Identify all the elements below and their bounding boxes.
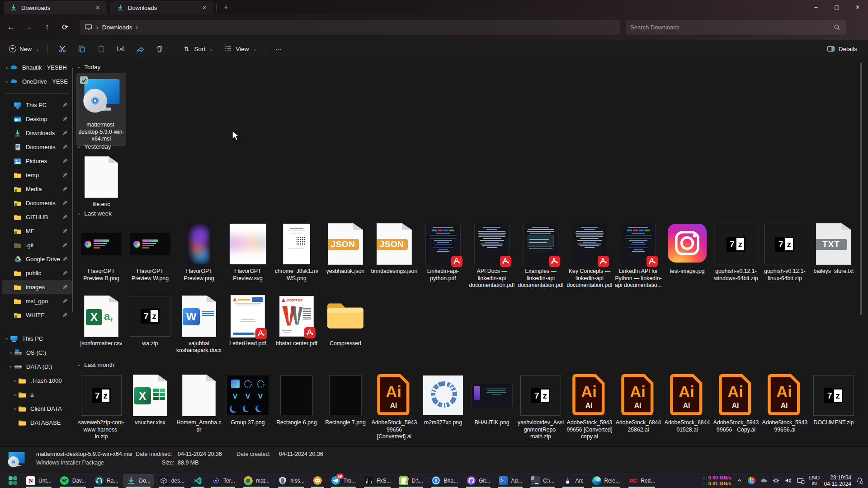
file-item[interactable]: mattermost-desktop-5.9.0-win-x64.msi <box>77 73 126 145</box>
more-options-button[interactable]: ⋯ <box>271 42 286 56</box>
file-item[interactable]: AiAIAdobeStock_684425862.ai <box>614 371 663 436</box>
search-box[interactable] <box>626 20 846 35</box>
sidebar-item-database[interactable]: DATABASE <box>2 416 72 430</box>
taskbar-app-notion[interactable]: NUnt... <box>23 474 55 488</box>
sidebar-item-bhautik-yesbh[interactable]: ›Bhautik - YESBH <box>2 61 72 75</box>
breadcrumb[interactable]: Downloads <box>102 24 132 31</box>
taskbar-app-spotify[interactable]: Dav... <box>57 474 89 488</box>
chrome-tray-icon[interactable] <box>748 477 756 485</box>
sidebar-item-temp[interactable]: temp <box>2 168 72 182</box>
tree-chevron-icon[interactable]: › <box>4 336 10 342</box>
sidebar-item-white[interactable]: WHITE <box>2 308 72 322</box>
file-item[interactable]: AiAIAdobeStock_594399656 - Copy.ai <box>712 371 760 436</box>
tree-chevron-icon[interactable]: › <box>12 378 18 384</box>
file-item[interactable]: FlavorGPT Preview W.png <box>126 220 175 285</box>
paste-button[interactable] <box>92 42 110 56</box>
tab-close-icon[interactable]: ✕ <box>199 3 210 13</box>
sidebar-item-msi-gpo[interactable]: msi_gpo <box>2 294 72 308</box>
taskbar-app-notepadpp[interactable]: D:\... <box>396 474 426 488</box>
tree-chevron-icon[interactable]: › <box>4 79 10 85</box>
sidebar-item-pictures[interactable]: Pictures <box>2 154 72 168</box>
close-button[interactable]: ✕ <box>847 0 868 14</box>
file-item[interactable]: W vajubhai krishanapark.docx <box>175 292 223 357</box>
copy-button[interactable] <box>73 42 90 56</box>
sidebar-item-this-pc[interactable]: This PC <box>2 98 72 112</box>
file-item[interactable]: AiAIAdobeStock_594399656 [Converted] cop… <box>565 371 614 443</box>
section-header[interactable]: ⌄Today <box>77 61 862 72</box>
taskbar-app-onepassword[interactable]: Bha... <box>428 474 461 488</box>
file-item[interactable]: FlavorGPT Preview.svg <box>223 220 272 285</box>
file-item[interactable]: AiAIAdobeStock_684401528.ai <box>663 371 712 436</box>
file-item[interactable]: Homem_Aranha.cdr <box>175 371 223 436</box>
file-item[interactable]: test-image.jpg <box>663 220 712 278</box>
taskbar-app-equalizer[interactable]: FxS... <box>361 474 394 488</box>
share-button[interactable] <box>131 42 149 56</box>
taskbar-app-telegram[interactable]: 59Tro... <box>328 474 359 488</box>
delete-button[interactable] <box>151 42 168 56</box>
file-item[interactable]: 7zgophish-v0.12.1-windows-64bit.zip <box>712 220 760 285</box>
sidebar-item-client-data[interactable]: › Client DATA <box>2 402 72 416</box>
view-button[interactable]: View⌄ <box>220 42 261 56</box>
sidebar-item-this-pc[interactable]: ›This PC <box>2 332 72 346</box>
file-item[interactable]: FlavorGPT Preview.png <box>175 220 223 285</box>
address-bar[interactable]: › Downloads › <box>80 20 620 35</box>
taskbar-app-avatar[interactable]: mat... <box>240 474 273 488</box>
taskbar-app-headset[interactable]: Ra... <box>91 474 121 488</box>
file-item[interactable]: Rectangle 7.png <box>321 371 370 429</box>
file-item[interactable]: 7zDOCUMENT.zip <box>809 371 858 429</box>
file-item[interactable]: AiAIAdobeStock_594399656.ai <box>760 371 809 436</box>
new-button[interactable]: + New⌄ <box>5 42 44 56</box>
search-input[interactable] <box>630 24 833 31</box>
sidebar-item-github[interactable]: GITHUB <box>2 210 72 224</box>
taskbar-app-arc[interactable]: Arc <box>560 474 587 488</box>
file-item[interactable]: BHAUTIK.png <box>467 371 516 429</box>
taskbar-app-crest[interactable]: niss... <box>274 474 307 488</box>
cut-button[interactable] <box>53 42 71 56</box>
file-item[interactable]: LetterHead.pdf <box>223 292 272 350</box>
taskbar-app-github[interactable]: Git... <box>463 474 493 488</box>
file-item[interactable]: 7zwa.zip <box>126 292 175 350</box>
file-item[interactable]: 7zsaveweb2zip-com-www-harness-io.zip <box>77 371 126 443</box>
sort-button[interactable]: ⇅ Sort⌄ <box>178 42 217 56</box>
sidebar-item--trash-1000[interactable]: › .Trash-1000 <box>2 374 72 388</box>
tree-chevron-icon[interactable]: › <box>8 350 14 356</box>
section-header[interactable]: ⌄Last week <box>77 208 862 219</box>
details-pane-button[interactable]: Details <box>822 42 862 56</box>
file-item[interactable]: X a,jsonformatter.csv <box>77 292 126 350</box>
checkbox-checked-icon[interactable] <box>80 76 88 84</box>
notification-bell-icon[interactable] <box>855 477 863 485</box>
refresh-button[interactable]: ⟳ <box>57 19 73 35</box>
new-tab-button[interactable]: + <box>219 1 233 13</box>
sidebar-item-me[interactable]: ME <box>2 224 72 238</box>
taskbar-app-downloads[interactable]: Do... <box>123 474 153 488</box>
sidebar-item-onedrive-yese[interactable]: ›OneDrive - YESE <box>2 75 72 89</box>
phone-link-icon[interactable] <box>797 477 805 485</box>
brightness-icon[interactable] <box>772 477 780 485</box>
sidebar-item--git[interactable]: .git <box>2 238 72 252</box>
file-item[interactable]: VORTEX bhatar center.pdf <box>272 292 321 350</box>
taskbar-app-terminal-round[interactable]: Ter... <box>208 474 238 488</box>
file-item[interactable]: Rectangle 6.png <box>272 371 321 429</box>
sidebar-item-a[interactable]: › a <box>2 388 72 402</box>
file-item[interactable]: chrome_J8sk1zrvWS.png <box>272 220 321 285</box>
sidebar-item-media[interactable]: Media <box>2 182 72 196</box>
rename-button[interactable]: A <box>112 42 129 56</box>
file-item[interactable]: TXTbaileys_store.txt <box>809 220 858 278</box>
taskbar-app-edge[interactable]: Rele... <box>589 474 623 488</box>
file-item[interactable]: m2m377xc.png <box>419 371 467 429</box>
sidebar-item-data-d-[interactable]: ›DATA (D:) <box>2 360 72 374</box>
taskbar-app-vscode[interactable] <box>189 474 206 488</box>
taskbar-app-powershell[interactable]: >_Ad... <box>495 474 526 488</box>
sidebar-item-downloads[interactable]: Downloads <box>2 126 72 140</box>
start-button[interactable] <box>5 474 21 488</box>
sidebar-scrollbar[interactable] <box>72 68 73 312</box>
up-button[interactable]: ↑ <box>39 19 55 35</box>
maximize-button[interactable]: ▢ <box>826 0 847 14</box>
cloud-tray-icon[interactable] <box>760 477 768 485</box>
section-header[interactable]: ⌄Yesterday <box>77 141 862 152</box>
language-indicator[interactable]: ENGIN <box>809 475 820 487</box>
tab-close-icon[interactable]: ✕ <box>92 3 103 13</box>
back-button[interactable]: ← <box>3 19 19 35</box>
show-hidden-icons-chevron[interactable] <box>736 477 744 485</box>
file-item[interactable]: LinkedIn API for Python — linkedin-api d… <box>614 220 663 292</box>
